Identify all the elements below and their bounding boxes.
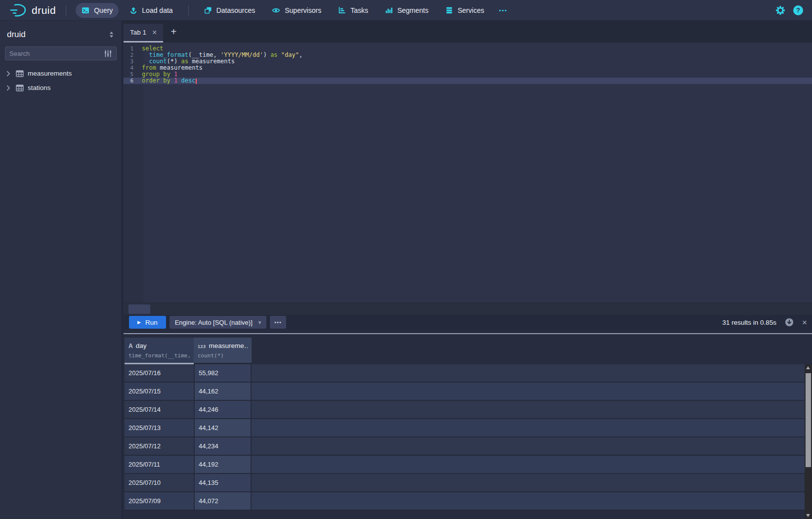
tab-query-1[interactable]: Tab 1 × — [124, 24, 163, 43]
tree-item[interactable]: measurements — [0, 66, 122, 81]
cell-day[interactable]: 2025/07/16 — [125, 364, 194, 382]
cell-count[interactable]: 55,982 — [194, 364, 252, 382]
table-icon — [16, 70, 24, 77]
cell-day[interactable]: 2025/07/09 — [125, 492, 194, 510]
supervisors-icon — [272, 6, 280, 14]
string-type-icon: A — [128, 343, 133, 349]
tree-item-label: stations — [28, 84, 51, 91]
query-more-button[interactable]: ••• — [270, 316, 286, 329]
line-number: 2 — [124, 52, 138, 58]
settings-gear-icon[interactable] — [775, 5, 785, 15]
segments-icon — [385, 6, 393, 14]
code-line[interactable]: 4 from measurements — [124, 65, 812, 71]
nav-item-label: Datasources — [216, 6, 256, 14]
results-vertical-scrollbar[interactable] — [805, 364, 812, 519]
cell-day[interactable]: 2025/07/11 — [125, 456, 194, 473]
nav-divider — [188, 5, 189, 16]
results-table: A day time_format(__time,… 123 measureme… — [125, 338, 805, 511]
cell-day[interactable]: 2025/07/14 — [125, 401, 194, 418]
cell-count[interactable]: 44,142 — [194, 419, 252, 436]
druid-logo[interactable]: druid — [6, 2, 59, 18]
table-row[interactable]: 2025/07/09 44,072 — [125, 492, 805, 511]
tab-close-icon[interactable]: × — [152, 29, 157, 37]
code-text: order by 1 desc — [138, 78, 197, 84]
cell-day[interactable]: 2025/07/12 — [125, 437, 194, 455]
nav-item-label: Load data — [142, 6, 172, 14]
table-row[interactable]: 2025/07/12 44,234 — [125, 437, 805, 456]
nav-item-segments[interactable]: Segments — [379, 3, 434, 18]
results-table-body: 2025/07/16 55,982 2025/07/15 44,162 2025… — [125, 364, 805, 511]
column-header-measurements[interactable]: 123 measureme… count(*) — [194, 338, 252, 364]
results-panel: A day time_format(__time,… 123 measureme… — [124, 330, 812, 519]
nav-item-load-data[interactable]: Load data — [124, 3, 178, 18]
line-number: 4 — [124, 65, 138, 71]
nav-item-label: Tasks — [350, 6, 368, 14]
results-divider — [124, 333, 812, 334]
more-icon: ••• — [274, 320, 282, 325]
cell-day[interactable]: 2025/07/10 — [125, 474, 194, 491]
chevron-right-icon[interactable] — [5, 85, 12, 91]
cell-count[interactable]: 44,246 — [194, 401, 252, 418]
druid-console: druid Query Load data Datasources — [0, 0, 812, 519]
table-row[interactable]: 2025/07/14 44,246 — [125, 401, 805, 419]
download-icon[interactable] — [785, 318, 794, 327]
new-tab-button[interactable]: + — [171, 26, 176, 38]
line-number: 6 — [124, 78, 138, 84]
column-expression: time_format(__time,… — [128, 352, 190, 359]
column-header-day[interactable]: A day time_format(__time,… — [125, 338, 194, 364]
nav-more-button[interactable]: ••• — [495, 3, 512, 18]
nav-item-datasources[interactable]: Datasources — [198, 3, 261, 18]
table-row[interactable]: 2025/07/16 55,982 — [125, 364, 805, 383]
editor-horizontal-scrollbar[interactable] — [124, 303, 812, 315]
number-type-icon: 123 — [198, 344, 206, 349]
nav-item-query[interactable]: Query — [76, 3, 119, 18]
chevron-right-icon[interactable] — [5, 70, 12, 77]
load-data-icon — [129, 6, 137, 14]
cell-count[interactable]: 44,192 — [194, 456, 252, 473]
engine-select[interactable]: Engine: Auto [SQL (native)] ▾ — [170, 316, 267, 329]
sort-double-caret-icon[interactable] — [108, 31, 115, 38]
top-nav: druid Query Load data Datasources — [0, 0, 812, 21]
cell-day[interactable]: 2025/07/13 — [125, 419, 194, 436]
datasources-icon — [204, 6, 212, 14]
code-line[interactable]: 5 group by 1 — [124, 71, 812, 78]
code-line[interactable]: 3 count(*) as measurements — [124, 58, 812, 65]
text-cursor — [196, 79, 197, 84]
cell-count[interactable]: 44,162 — [194, 383, 252, 400]
cell-day[interactable]: 2025/07/15 — [125, 383, 194, 400]
chevron-down-icon: ▾ — [258, 319, 261, 326]
editor-code[interactable]: 1 select 2 time_format(__time, 'YYYY/MM/… — [124, 43, 812, 84]
row-filler — [252, 456, 805, 473]
nav-item-tasks[interactable]: Tasks — [332, 3, 374, 18]
nav-item-services[interactable]: Services — [439, 3, 490, 18]
help-icon[interactable]: ? — [793, 5, 803, 15]
scrollbar-thumb[interactable] — [128, 304, 150, 314]
cell-count[interactable]: 44,234 — [194, 437, 252, 455]
nav-right: ? — [775, 5, 806, 15]
cell-count[interactable]: 44,135 — [194, 474, 252, 491]
close-results-icon[interactable]: × — [802, 318, 807, 327]
code-line[interactable]: 6 order by 1 desc — [124, 78, 812, 84]
logo-text: druid — [32, 4, 56, 16]
search-input[interactable] — [9, 50, 104, 57]
schema-selector[interactable]: druid — [0, 21, 122, 45]
table-row[interactable]: 2025/07/10 44,135 — [125, 474, 805, 492]
sql-editor[interactable]: 1 select 2 time_format(__time, 'YYYY/MM/… — [124, 43, 812, 303]
tree-item[interactable]: stations — [0, 81, 122, 95]
scrollbar-thumb[interactable] — [806, 373, 811, 467]
row-filler — [252, 383, 805, 400]
scroll-up-arrow-icon[interactable] — [806, 366, 810, 369]
engine-label: Engine: Auto [SQL (native)] — [175, 319, 253, 326]
table-row[interactable]: 2025/07/15 44,162 — [125, 383, 805, 401]
filter-sliders-icon[interactable] — [104, 49, 112, 58]
line-number: 5 — [124, 71, 138, 78]
nav-item-supervisors[interactable]: Supervisors — [266, 3, 327, 18]
cell-count[interactable]: 44,072 — [194, 492, 252, 510]
column-expression: count(*) — [198, 352, 248, 359]
nav-item-label: Query — [94, 6, 113, 14]
table-row[interactable]: 2025/07/13 44,142 — [125, 419, 805, 437]
table-row[interactable]: 2025/07/11 44,192 — [125, 456, 805, 474]
scroll-down-arrow-icon[interactable] — [806, 514, 810, 517]
run-button[interactable]: ▶ Run — [129, 316, 166, 329]
help-glyph: ? — [796, 6, 800, 14]
